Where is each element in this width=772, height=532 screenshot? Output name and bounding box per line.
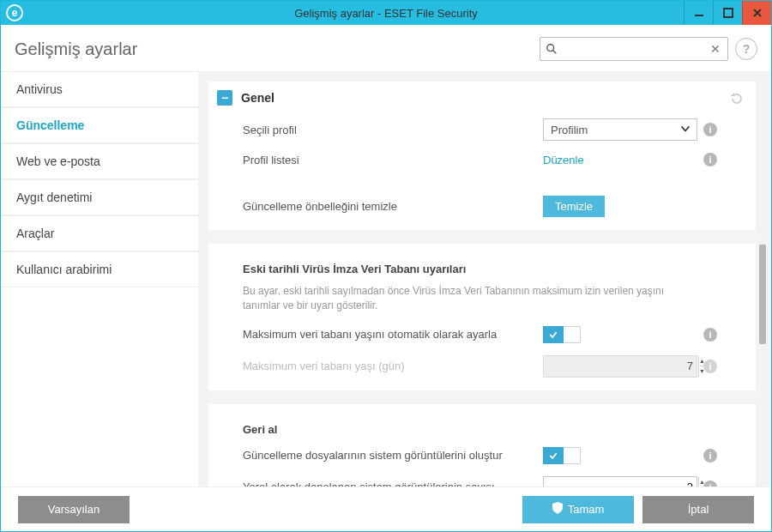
clear-cache-button[interactable]: Temizle (543, 196, 605, 217)
svg-rect-1 (724, 9, 733, 17)
toggle-knob-on (543, 447, 564, 464)
scrollbar-thumb[interactable] (759, 245, 766, 344)
info-icon[interactable]: i (703, 153, 717, 166)
search-clear-icon[interactable]: ✕ (709, 42, 722, 56)
content-area: − Genel Seçili profil Profilim (198, 71, 771, 487)
toggle-create-snapshot[interactable] (543, 447, 581, 464)
maximize-button[interactable] (713, 1, 742, 25)
input-max-age-field (544, 360, 698, 372)
select-profile-value: Profilim (551, 124, 588, 136)
toggle-knob-on (543, 326, 564, 343)
collapse-toggle-icon[interactable]: − (217, 90, 232, 106)
section-header-genel[interactable]: − Genel (208, 82, 756, 112)
footer: Varsayılan Tamam İptal (1, 487, 771, 531)
chevron-down-icon (679, 123, 691, 137)
section-title: Genel (241, 91, 274, 105)
sidebar-item-aygit[interactable]: Aygıt denetimi (1, 179, 198, 215)
info-icon[interactable]: i (703, 449, 717, 462)
page-title: Gelişmiş ayarlar (15, 39, 137, 59)
section-reset-icon[interactable] (730, 92, 744, 108)
defaults-button[interactable]: Varsayılan (18, 496, 130, 523)
search-box[interactable]: ✕ (540, 37, 728, 61)
row-max-age: Maksimum veri tabanı yaşı (gün) ▲ ▼ i (208, 349, 756, 384)
ok-button[interactable]: Tamam (522, 496, 634, 523)
label-auto-age: Maksimum veri tabanı yaşını otomatik ola… (243, 328, 543, 341)
info-icon[interactable]: i (703, 328, 717, 342)
row-snapshot-count: Yerel olarak depolanan sistem görüntüler… (208, 470, 756, 487)
scrollbar[interactable] (759, 82, 769, 485)
info-icon[interactable]: i (703, 481, 717, 487)
info-icon[interactable]: i (703, 123, 717, 136)
window-controls (684, 1, 771, 25)
sidebar-item-antivirus[interactable]: Antivirus (1, 71, 198, 107)
label-max-age: Maksimum veri tabanı yaşı (gün) (243, 360, 543, 372)
row-create-snapshot: Güncelleme dosyalarının sistem görüntüle… (208, 441, 756, 470)
row-selected-profile: Seçili profil Profilim i (208, 112, 756, 147)
link-edit-profiles[interactable]: Düzenle (543, 154, 584, 166)
cancel-button[interactable]: İptal (642, 496, 754, 523)
search-icon (546, 43, 558, 55)
info-icon: i (703, 360, 717, 373)
header-right: ✕ ? (540, 37, 757, 61)
toggle-auto-age[interactable] (543, 326, 581, 343)
input-snapshot-count-field[interactable] (544, 481, 698, 487)
divider (208, 230, 756, 244)
svg-rect-0 (695, 15, 703, 16)
select-profile[interactable]: Profilim (543, 118, 697, 141)
ok-button-label: Tamam (568, 503, 605, 516)
sidebar-item-araclar[interactable]: Araçlar (1, 215, 198, 251)
row-auto-age: Maksimum veri tabanı yaşını otomatik ola… (208, 320, 756, 349)
titlebar: e Gelişmiş ayarlar - ESET File Security (1, 1, 771, 25)
minimize-button[interactable] (684, 1, 713, 25)
input-max-age: ▲ ▼ (543, 355, 697, 378)
subsection-title-vsdb: Eski tarihli Virüs İmza Veri Tabanı uyar… (208, 251, 756, 281)
subsection-title-rollback: Geri al (208, 411, 756, 441)
sidebar-item-guncelleme[interactable]: Güncelleme (1, 107, 198, 143)
label-profile-list: Profil listesi (243, 154, 543, 166)
shield-icon (552, 502, 563, 517)
page-header: Gelişmiş ayarlar ✕ ? (1, 25, 771, 71)
row-profile-list: Profil listesi Düzenle i (208, 147, 756, 172)
help-button[interactable]: ? (735, 38, 757, 60)
app-window: e Gelişmiş ayarlar - ESET File Security … (0, 0, 772, 532)
sidebar-item-arabirim[interactable]: Kullanıcı arabirimi (1, 251, 198, 287)
close-button[interactable] (742, 1, 771, 25)
body: Antivirus Güncelleme Web ve e-posta Aygı… (1, 71, 771, 487)
subsection-desc-vsdb: Bu ayar, eski tarihli sayılmadan önce Vi… (208, 281, 706, 320)
settings-panel: − Genel Seçili profil Profilim (208, 82, 756, 487)
svg-point-2 (547, 45, 554, 51)
sidebar: Antivirus Güncelleme Web ve e-posta Aygı… (1, 71, 198, 487)
input-snapshot-count[interactable]: ▲ ▼ (543, 476, 697, 487)
label-create-snapshot: Güncelleme dosyalarının sistem görüntüle… (243, 449, 543, 462)
label-clear-cache: Güncelleme önbelleğini temizle (243, 200, 543, 213)
window-title: Gelişmiş ayarlar - ESET File Security (1, 7, 771, 20)
divider (208, 390, 756, 404)
label-selected-profile: Seçili profil (243, 124, 543, 136)
row-clear-cache: Güncelleme önbelleğini temizle Temizle (208, 190, 756, 223)
label-snapshot-count: Yerel olarak depolanan sistem görüntüler… (243, 481, 543, 487)
search-input[interactable] (558, 43, 709, 56)
sidebar-item-web[interactable]: Web ve e-posta (1, 143, 198, 179)
svg-line-3 (553, 51, 557, 54)
